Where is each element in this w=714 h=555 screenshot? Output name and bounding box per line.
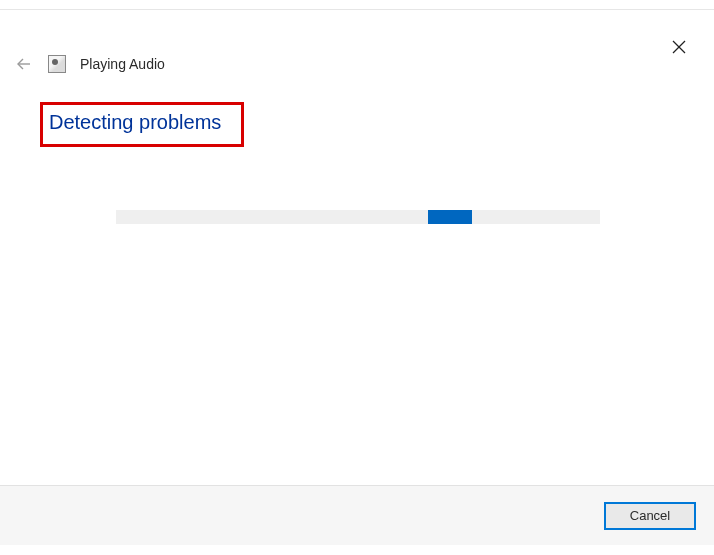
cancel-button[interactable]: Cancel [604, 502, 696, 530]
window-top-border [0, 0, 714, 10]
page-title: Playing Audio [80, 56, 165, 72]
footer: Cancel [0, 485, 714, 545]
status-highlight: Detecting problems [40, 102, 244, 147]
status-text: Detecting problems [49, 111, 221, 134]
progress-fill [428, 210, 472, 224]
close-button[interactable] [670, 38, 688, 56]
progress-bar [116, 210, 600, 224]
arrow-left-icon [16, 56, 32, 72]
back-button[interactable] [14, 54, 34, 74]
close-icon [672, 40, 686, 54]
troubleshooter-icon [48, 55, 66, 73]
header: Playing Audio [14, 54, 165, 74]
